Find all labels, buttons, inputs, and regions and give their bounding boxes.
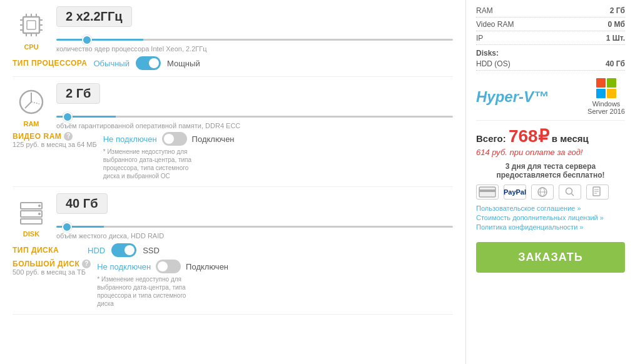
paypal-icon: PayPal: [504, 185, 526, 200]
cpu-section: CPU 2 х2.2ГГц количество ядер процессора…: [13, 6, 453, 77]
ram-content: 2 Гб объём гарантированной оперативной п…: [56, 83, 453, 129]
cpu-type-row: ТИП ПРОЦЕССОРА Обычный Мощный: [13, 56, 453, 70]
spec-value-ram: 2 Гб: [610, 6, 625, 15]
spec-label-vram: Video RAM: [476, 20, 514, 29]
hyper-v-label: Hyper-V™: [476, 88, 549, 106]
search-payment-icon: [559, 185, 581, 200]
big-disk-toggle[interactable]: [156, 260, 181, 273]
disk-icon-box: Disk: [13, 193, 50, 238]
win-quad-blue: [596, 89, 606, 98]
payment-icons: PayPal: [476, 185, 625, 200]
spec-label-ip: IP: [476, 34, 483, 43]
spec-row-ip: IP 1 Шт.: [476, 34, 625, 45]
disk-slider-container[interactable]: [56, 220, 453, 230]
link-privacy[interactable]: Политика конфиденциальности »: [476, 223, 625, 231]
big-disk-price: 500 руб. в месяц за ТБ: [13, 268, 91, 276]
windows-badge: WindowsServer 2016: [587, 78, 625, 115]
ram-icon: [16, 86, 47, 118]
big-disk-left: Не подключен: [97, 262, 151, 271]
cpu-hint: количество ядер процессора Intel Xeon, 2…: [56, 45, 453, 53]
spec-row-vram: Video RAM 0 Мб: [476, 20, 625, 31]
links-section: Пользовательское соглашение » Стоимость …: [476, 205, 625, 231]
spec-row-ram: RAM 2 Гб: [476, 6, 625, 18]
spec-label-hdd: HDD (OS): [476, 59, 511, 68]
ram-value-bubble: 2 Гб: [56, 83, 100, 104]
trial-text: 3 дня для теста серверапредоставляется б…: [476, 162, 625, 179]
specs-list: RAM 2 Гб Video RAM 0 Мб IP 1 Шт.: [476, 6, 625, 45]
left-panel: CPU 2 х2.2ГГц количество ядер процессора…: [0, 0, 466, 364]
big-disk-right: Подключен: [186, 262, 228, 271]
cpu-type-right: Мощный: [167, 59, 200, 68]
win-quad-yellow: [607, 89, 616, 98]
price-section: Всего: 768₽ в месяц 614 руб. при оплате …: [476, 120, 625, 157]
doc-payment-icon: [586, 185, 609, 200]
cpu-type-label: ТИП ПРОЦЕССОРА: [13, 59, 87, 68]
video-ram-note: * Изменение недоступно для выбранного да…: [103, 148, 203, 180]
cpu-icon-box: CPU: [13, 6, 50, 51]
price-value: 768: [509, 126, 538, 146]
disk-content: 40 Гб объём жесткого диска, HDD RAID: [56, 193, 453, 240]
ram-icon-box: RAM: [13, 83, 50, 128]
disk-value-bubble: 40 Гб: [56, 193, 108, 214]
right-panel: RAM 2 Гб Video RAM 0 Мб IP 1 Шт. Disks: …: [466, 0, 635, 364]
big-disk-toggle-col: Не подключен Подключен * Изменение недос…: [97, 260, 228, 308]
card-icon: [476, 185, 499, 200]
cpu-slider[interactable]: [56, 39, 453, 41]
svg-rect-0: [23, 17, 39, 33]
win-quad-red: [596, 78, 606, 88]
disk-type-right: SSD: [143, 246, 160, 255]
spec-value-vram: 0 Мб: [608, 20, 625, 29]
video-ram-toggle-col: Не подключен Подключен * Изменение недос…: [103, 132, 235, 180]
windows-icon: [596, 78, 616, 98]
ram-section: RAM 2 Гб объём гарантированной оперативн…: [13, 83, 453, 187]
ram-label: RAM: [23, 120, 39, 128]
spec-row-hdd: HDD (OS) 40 Гб: [476, 59, 625, 71]
big-disk-row: БОЛЬШОЙ ДИСК ? 500 руб. в месяц за ТБ Не…: [13, 260, 453, 308]
spec-value-ip: 1 Шт.: [606, 34, 625, 43]
cpu-label: CPU: [24, 43, 38, 51]
big-disk-help-icon[interactable]: ?: [82, 260, 91, 268]
disks-header: Disks:: [476, 49, 625, 58]
big-disk-note: * Изменение недоступно для выбранного да…: [97, 275, 197, 308]
video-ram-help-icon[interactable]: ?: [64, 132, 73, 141]
cpu-content: 2 х2.2ГГц количество ядер процессора Int…: [56, 6, 453, 53]
link-agreement[interactable]: Пользовательское соглашение »: [476, 205, 625, 212]
price-total: Всего: 768₽ в месяц: [476, 126, 625, 146]
link-licenses[interactable]: Стоимость дополнительных лицензий »: [476, 214, 625, 221]
svg-rect-21: [479, 190, 495, 192]
cpu-slider-container[interactable]: [56, 33, 453, 43]
svg-point-25: [566, 188, 572, 195]
video-ram-toggle[interactable]: [162, 132, 187, 146]
disk-type-toggle[interactable]: [111, 243, 136, 257]
price-period: в месяц: [552, 133, 589, 144]
win-quad-green: [607, 78, 616, 88]
price-label: Всего:: [476, 133, 506, 144]
svg-rect-1: [27, 21, 36, 29]
globe-icon: [531, 185, 554, 200]
disk-section: Disk 40 Гб объём жесткого диска, HDD RAI…: [13, 193, 453, 315]
spec-label-ram: RAM: [476, 6, 493, 15]
video-ram-left: Не подключен: [103, 134, 157, 144]
svg-line-26: [572, 194, 574, 196]
video-ram-right: Подключен: [192, 134, 235, 144]
video-ram-row: ВИДЕО RAM ? 125 руб. в месяц за 64 МБ Не…: [13, 132, 453, 180]
disk-type-row: ТИП ДИСКА HDD SSD: [13, 243, 453, 257]
ram-slider[interactable]: [56, 116, 453, 118]
svg-rect-17: [21, 219, 42, 224]
price-yearly: 614 руб. при оплате за год!: [476, 148, 625, 157]
cpu-type-left: Обычный: [93, 59, 129, 68]
hyper-section: Hyper-V™ WindowsServer 2016: [476, 78, 625, 115]
ram-hint: объём гарантированной оперативной памяти…: [56, 122, 453, 129]
video-ram-price: 125 руб. в месяц за 64 МБ: [13, 141, 97, 148]
svg-point-19: [38, 213, 41, 215]
cpu-type-toggle[interactable]: [136, 56, 161, 70]
order-button[interactable]: ЗАКАЗАТЬ: [476, 242, 625, 273]
windows-label: WindowsServer 2016: [587, 100, 625, 115]
spec-value-hdd: 40 Гб: [606, 59, 625, 68]
cpu-value-bubble: 2 х2.2ГГц: [56, 6, 132, 27]
big-disk-label: БОЛЬШОЙ ДИСК: [13, 260, 79, 268]
price-currency: ₽: [538, 126, 549, 146]
ram-slider-container[interactable]: [56, 110, 453, 119]
disk-slider[interactable]: [56, 226, 453, 228]
disk-type-left: HDD: [88, 246, 105, 255]
